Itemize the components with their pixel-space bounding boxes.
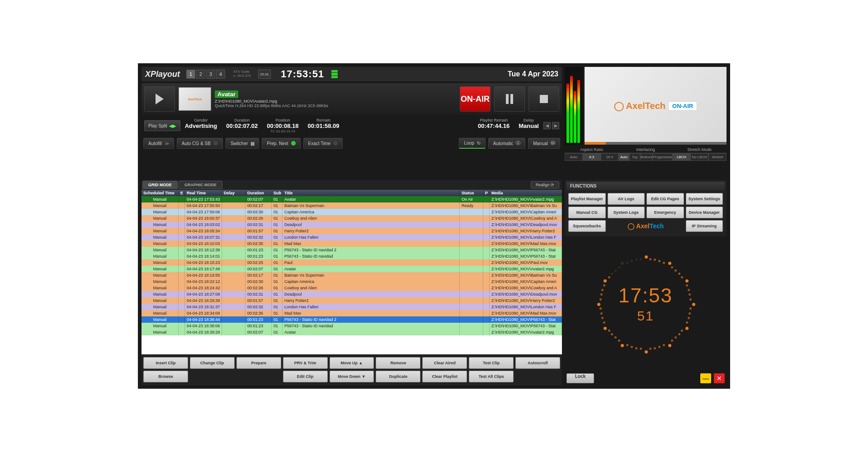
action-button[interactable]: Remove — [376, 357, 420, 369]
cell: 00:02:31 — [245, 291, 272, 297]
play-button[interactable] — [144, 86, 175, 112]
channel-button-2[interactable]: 2 — [196, 70, 205, 79]
action-button[interactable]: Prepare — [236, 357, 281, 369]
function-button[interactable]: IP Streaming — [686, 220, 723, 232]
tab-graphic-mode[interactable]: GRAPHIC MODE — [179, 181, 222, 189]
table-row[interactable]: Manual04-04-23 18:14:0100:01:2301P56743 … — [142, 253, 562, 259]
switcher-button[interactable]: Switcher▦ — [226, 138, 259, 149]
stop-button[interactable] — [528, 86, 559, 112]
action-button[interactable]: Test All Clips — [469, 371, 514, 382]
column-header[interactable]: Delay — [222, 190, 245, 196]
video-preview[interactable]: ◯ AxelTech ON-AIR — [585, 67, 726, 145]
loop-button[interactable]: Loop↻ — [459, 138, 485, 149]
mode-button[interactable]: Stretch — [708, 153, 726, 161]
table-row[interactable]: Manual04-04-23 18:29:3900:01:5701Harry P… — [142, 297, 562, 304]
manual-button[interactable]: ManualⓂ — [528, 138, 560, 149]
function-button[interactable]: Playlist Manager — [568, 193, 606, 205]
table-row[interactable]: Manual04-04-23 18:39:2900:02:0701AvatarZ… — [142, 329, 562, 335]
mode-button[interactable]: Auto — [565, 153, 583, 161]
auto-cg-button[interactable]: Auto CG & SB — [177, 138, 223, 149]
table-row[interactable]: Manual04-04-23 18:24:4200:02:2601Cowboy … — [142, 285, 562, 291]
action-button[interactable]: Move Up ▲ — [330, 357, 374, 369]
function-button[interactable]: Emergency — [646, 207, 684, 218]
table-row[interactable]: Manual04-04-23 18:36:4400:01:2301P56743 … — [142, 316, 562, 323]
cell — [460, 266, 483, 272]
action-button[interactable]: Duplicate — [376, 371, 420, 382]
column-header[interactable]: Duration — [245, 190, 272, 196]
cell: Capitan America — [283, 209, 460, 215]
table-row[interactable]: Manual04-04-23 17:58:0600:02:3001Capitan… — [142, 209, 562, 215]
next-clip-button[interactable]: ▶ — [552, 122, 559, 129]
function-button[interactable]: Squeezebacks — [568, 220, 606, 232]
prep-next-button[interactable]: Prep. Next — [262, 138, 300, 149]
function-button[interactable]: Device Manager — [686, 207, 723, 218]
action-button[interactable]: Change Clip — [190, 357, 235, 369]
table-row[interactable]: Manual04-04-23 18:22:1200:02:3001Capitan… — [142, 278, 562, 285]
autofill-button[interactable]: Autofill≫ — [143, 138, 174, 149]
preview-timeline[interactable] — [585, 142, 726, 145]
playlist-grid[interactable]: Scheduled TimeEReal TimeDelayDurationSub… — [142, 190, 562, 354]
table-row[interactable]: Manual04-04-23 17:53:4300:02:0701AvatarO… — [142, 196, 562, 202]
action-button[interactable]: PRV & Trim — [283, 357, 328, 369]
table-row[interactable]: Manual04-04-23 18:10:0300:02:3501Mad Max… — [142, 240, 562, 247]
column-header[interactable]: Media — [490, 190, 562, 196]
mode-button[interactable]: 16:9 — [601, 153, 619, 161]
function-button[interactable]: System Settings — [686, 193, 723, 205]
automatic-button[interactable]: AutomaticⒶ — [488, 138, 525, 149]
tab-grid-mode[interactable]: GRID MODE — [142, 181, 178, 189]
table-row[interactable]: Manual04-04-23 17:55:5000:02:1701Batman … — [142, 202, 562, 209]
column-header[interactable]: E — [179, 190, 185, 196]
close-button[interactable]: ✕ — [714, 373, 725, 383]
play-split-button[interactable]: Play Split◀▶ — [144, 120, 180, 131]
mode-button[interactable]: Bottom — [640, 153, 652, 161]
table-row[interactable]: Manual04-04-23 18:38:0600:01:2301P56743 … — [142, 323, 562, 329]
action-button[interactable]: Edit Clip — [283, 371, 328, 382]
lock-button[interactable]: Lock — [566, 373, 594, 383]
mode-button[interactable]: Top — [629, 153, 640, 161]
pause-button[interactable] — [494, 86, 525, 112]
mode-button[interactable]: Progressive — [652, 153, 672, 161]
function-button[interactable]: System Logs — [608, 207, 645, 218]
table-row[interactable]: Manual04-04-23 18:31:3700:02:3201London … — [142, 304, 562, 310]
channel-button-1[interactable]: 1 — [186, 70, 195, 79]
mode-button[interactable]: No LBOX — [690, 153, 708, 161]
action-button[interactable]: Browse — [143, 371, 188, 382]
mode-button[interactable]: Auto — [618, 153, 629, 161]
table-row[interactable]: Manual04-04-23 18:34:0900:02:3501Mad Max… — [142, 310, 562, 316]
action-button[interactable]: Clear Playlist — [422, 371, 467, 382]
table-row[interactable]: Manual04-04-23 18:19:5500:02:1701Batman … — [142, 272, 562, 278]
table-row[interactable]: Manual04-04-23 18:07:3100:02:3201London … — [142, 234, 562, 240]
info-field: DelayManual — [519, 118, 539, 133]
table-row[interactable]: Manual04-04-23 18:12:3800:01:2301P56743 … — [142, 247, 562, 253]
channel-button-3[interactable]: 3 — [206, 70, 215, 79]
column-header[interactable]: Real Time — [185, 190, 222, 196]
table-row[interactable]: Manual04-04-23 18:05:3400:01:5701Harry P… — [142, 228, 562, 234]
mode-button[interactable]: 4:3 — [583, 153, 601, 161]
table-row[interactable]: Manual04-04-23 18:00:3700:02:2601Cowboy … — [142, 215, 562, 221]
column-header[interactable]: Title — [283, 190, 460, 196]
column-header[interactable]: Status — [460, 190, 483, 196]
column-header[interactable]: Sub — [272, 190, 283, 196]
action-button[interactable]: Clear Aired — [422, 357, 467, 369]
action-button[interactable]: Insert Clip — [143, 357, 188, 369]
exact-time-button[interactable]: Exact Time — [303, 138, 343, 149]
column-header[interactable]: P — [483, 190, 490, 196]
function-button[interactable]: Manual CG — [568, 207, 606, 218]
mode-button[interactable]: LBOX — [673, 153, 691, 161]
prev-clip-button[interactable]: ◀ — [543, 122, 551, 129]
function-button[interactable]: Air Logs — [608, 193, 645, 205]
table-row[interactable]: Manual04-04-23 18:17:4800:02:0701AvatarZ… — [142, 266, 562, 272]
action-button[interactable]: Move Down ▼ — [330, 371, 374, 382]
action-button[interactable]: Test Clip — [469, 357, 514, 369]
table-row[interactable]: Manual04-04-23 18:03:0200:02:3101Deadpoo… — [142, 221, 562, 228]
realign-button[interactable]: Realign ⟳ — [531, 181, 559, 188]
function-button[interactable]: Edit CG Pages — [646, 193, 684, 205]
minimize-button[interactable]: — — [700, 373, 711, 383]
meter-bar — [570, 76, 573, 143]
action-button[interactable]: Autoscroll — [515, 357, 560, 369]
column-header[interactable]: Scheduled Time — [142, 190, 179, 196]
table-row[interactable]: Manual04-04-23 18:15:2300:02:2501PaulZ:\… — [142, 259, 562, 266]
table-row[interactable]: Manual04-04-23 18:27:0800:02:3101Deadpoo… — [142, 291, 562, 297]
channel-button-4[interactable]: 4 — [216, 70, 225, 79]
cell: 04-04-23 18:03:02 — [185, 221, 222, 228]
